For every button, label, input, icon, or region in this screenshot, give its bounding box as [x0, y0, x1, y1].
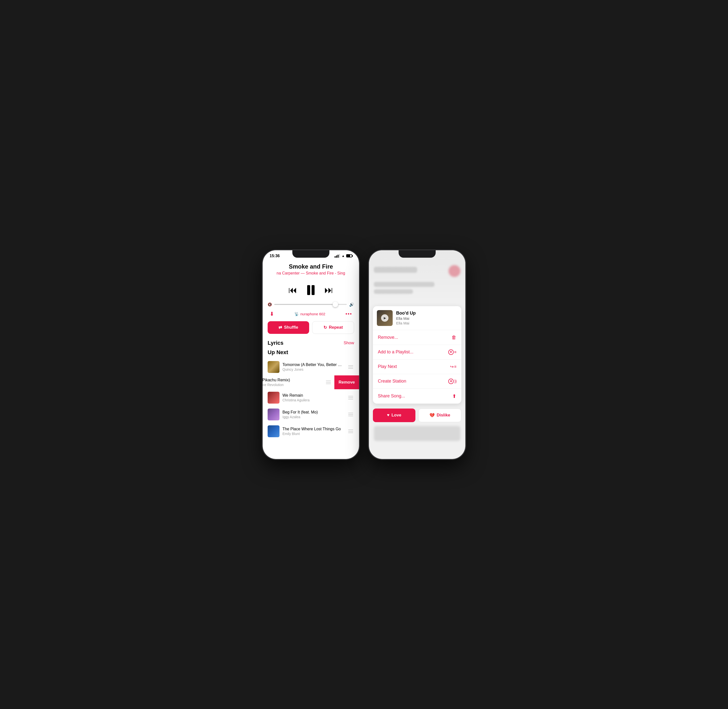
player-action-buttons: ⇄ Shuffle ↻ Repeat	[263, 321, 359, 339]
drag-handle-5[interactable]	[347, 429, 354, 434]
item-info-5: The Place Where Lost Things Go Emily Blu…	[282, 427, 344, 436]
drag-handle-3[interactable]	[347, 395, 354, 400]
item-info-1: Tomorrow (A Better You, Better Me) Quinc…	[282, 363, 344, 371]
repeat-icon: ↻	[323, 325, 327, 330]
repeat-button[interactable]: ↻ Repeat	[312, 321, 354, 334]
heart-icon: ♥	[387, 413, 389, 418]
play-next-label: Play Next	[378, 364, 397, 369]
device-name[interactable]: 📡 nuraphone 602	[294, 312, 325, 316]
wifi-icon: ▲	[342, 254, 345, 258]
context-song-artist: Ella Mai	[396, 321, 457, 325]
song-title-3: We Remain	[282, 393, 344, 398]
queue-item-2-wrapper: Butterfly (Pikachu Remix) Dance Dance Re…	[263, 375, 359, 389]
queue-item-2: Butterfly (Pikachu Remix) Dance Dance Re…	[263, 375, 337, 389]
artist-5: Emily Blunt	[282, 432, 344, 436]
skip-back-button[interactable]: ⏮	[288, 285, 297, 295]
airplay-icon: 📡	[294, 312, 299, 316]
drag-handle-1[interactable]	[347, 364, 354, 370]
context-song-album: Ella Mai	[396, 316, 457, 321]
play-next-icon: ↪ ≡	[450, 364, 456, 369]
add-playlist-label: Add to a Playlist...	[378, 349, 414, 354]
right-notch	[399, 250, 436, 258]
album-art-5	[268, 425, 280, 437]
context-item-create-station[interactable]: Create Station + ))	[373, 374, 462, 389]
context-item-remove[interactable]: Remove... 🗑	[373, 330, 462, 345]
volume-high-icon: 🔊	[349, 302, 354, 307]
lyrics-show-button[interactable]: Show	[344, 340, 354, 346]
trash-icon: 🗑	[451, 335, 456, 340]
play-overlay-icon: ▶	[381, 314, 389, 322]
download-icon[interactable]: ⬇	[269, 311, 274, 317]
playback-controls: ⏮ ⏭	[263, 277, 359, 300]
volume-thumb[interactable]	[333, 302, 338, 307]
context-album-art: ▶	[377, 310, 393, 326]
broken-heart-icon: 💔	[430, 413, 435, 418]
up-next-title: Up Next	[263, 348, 359, 359]
artist-3: Christina Aguilera	[282, 398, 344, 402]
song-title-4: Beg For It (feat. Mo)	[282, 410, 344, 414]
context-item-share-song[interactable]: Share Song... ⬆	[373, 389, 462, 404]
context-song-title: Boo'd Up	[396, 311, 457, 316]
context-menu: ▶ Boo'd Up Ella Mai Ella Mai Remove... 🗑…	[373, 306, 462, 404]
shuffle-button[interactable]: ⇄ Shuffle	[268, 321, 309, 334]
artist-2: Dance Dance Revolution	[263, 383, 322, 387]
song-title-1: Tomorrow (A Better You, Better Me)	[282, 363, 344, 367]
status-icons: ▲	[335, 254, 352, 258]
love-button[interactable]: ♥ Love	[373, 408, 415, 422]
add-playlist-icon: + ≡	[448, 349, 456, 355]
item-info-3: We Remain Christina Aguilera	[282, 393, 344, 402]
item-info-2: Butterfly (Pikachu Remix) Dance Dance Re…	[263, 378, 322, 387]
shuffle-icon: ⇄	[278, 325, 282, 330]
dislike-button[interactable]: 💔 Dislike	[418, 408, 462, 422]
volume-low-icon: 🔇	[268, 302, 272, 306]
player-bottom-icons: ⬇ 📡 nuraphone 602 •••	[263, 309, 359, 321]
create-station-label: Create Station	[378, 379, 406, 384]
lyrics-title: Lyrics	[268, 340, 284, 346]
pause-button[interactable]	[307, 285, 314, 295]
notch	[292, 250, 329, 258]
album-art-4	[268, 408, 280, 420]
context-item-play-next[interactable]: Play Next ↪ ≡	[373, 360, 462, 374]
player-header: Smoke and Fire na Carpenter — Smoke and …	[263, 259, 359, 277]
drag-handle-4[interactable]	[347, 412, 354, 417]
context-song-info: Boo'd Up Ella Mai Ella Mai	[396, 311, 457, 325]
album-art-3	[268, 392, 280, 404]
artist-4: Iggy Azalea	[282, 415, 344, 419]
volume-track	[274, 304, 347, 305]
remove-label: Remove...	[378, 335, 398, 340]
drag-handle-2[interactable]	[325, 379, 332, 385]
remove-button-2[interactable]: Remove	[334, 375, 359, 389]
left-screen: 15:36 ▲ Smoke and Fire na Carpenter — Sm…	[263, 250, 359, 459]
artist-1: Quincy Jones	[282, 368, 344, 371]
more-options-icon[interactable]: •••	[345, 311, 352, 317]
lyrics-section: Lyrics Show	[263, 339, 359, 347]
queue-item-4: Beg For It (feat. Mo) Iggy Azalea	[263, 406, 359, 423]
player-subtitle: na Carpenter — Smoke and Fire - Sing	[268, 271, 354, 276]
create-station-icon: + ))	[448, 379, 456, 384]
status-time: 15:36	[269, 254, 280, 258]
queue-item-3: We Remain Christina Aguilera	[263, 389, 359, 406]
song-title-2: Butterfly (Pikachu Remix)	[263, 378, 322, 382]
album-art-1	[268, 361, 280, 373]
right-screen: ▶ Boo'd Up Ella Mai Ella Mai Remove... 🗑…	[369, 250, 465, 459]
context-item-add-playlist[interactable]: Add to a Playlist... + ≡	[373, 345, 462, 360]
player-title: Smoke and Fire	[268, 263, 354, 270]
skip-forward-button[interactable]: ⏭	[325, 285, 333, 295]
love-dislike-row: ♥ Love 💔 Dislike	[373, 408, 462, 422]
share-icon: ⬆	[452, 393, 456, 399]
signal-icon	[335, 254, 340, 258]
song-title-5: The Place Where Lost Things Go	[282, 427, 344, 431]
battery-icon	[346, 254, 352, 257]
item-info-4: Beg For It (feat. Mo) Iggy Azalea	[282, 410, 344, 419]
blurred-background-bottom	[369, 426, 465, 441]
right-phone: ▶ Boo'd Up Ella Mai Ella Mai Remove... 🗑…	[369, 250, 465, 459]
share-song-label: Share Song...	[378, 394, 405, 399]
left-phone: 15:36 ▲ Smoke and Fire na Carpenter — Sm…	[263, 250, 359, 459]
queue-item-5: The Place Where Lost Things Go Emily Blu…	[263, 423, 359, 440]
volume-slider[interactable]: 🔇 🔊	[263, 300, 359, 309]
blurred-background-top	[369, 250, 465, 301]
queue-item-1: Tomorrow (A Better You, Better Me) Quinc…	[263, 359, 359, 375]
context-now-playing: ▶ Boo'd Up Ella Mai Ella Mai	[373, 306, 462, 330]
